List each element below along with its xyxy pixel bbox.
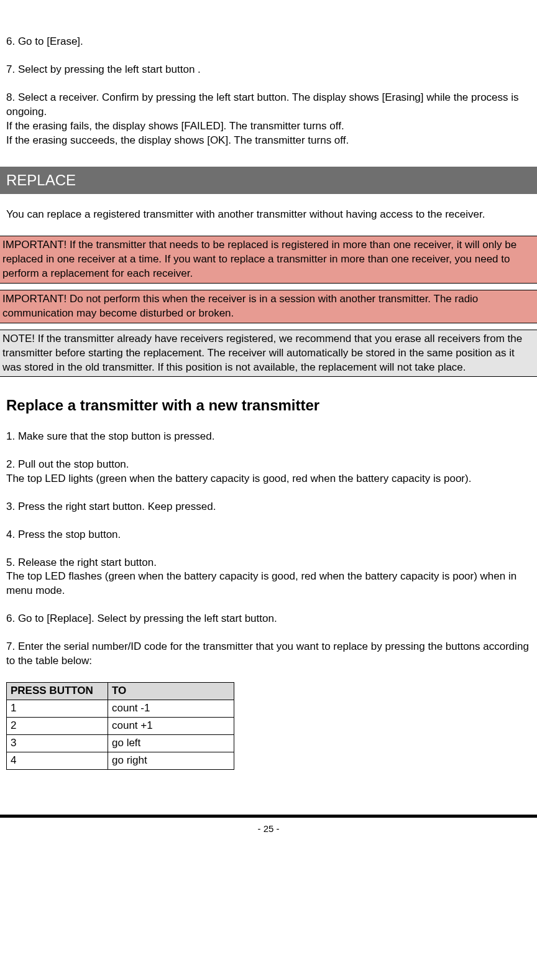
- note-box-1: NOTE! If the transmitter already have re…: [0, 330, 537, 377]
- footer-rule: [0, 815, 537, 818]
- table-row: 3 go left: [7, 734, 234, 752]
- replace-intro: You can replace a registered transmitter…: [6, 208, 531, 222]
- table-cell: 2: [7, 718, 108, 735]
- replace-step-5a: 5. Release the right start button.: [6, 556, 531, 570]
- table-cell: count +1: [108, 718, 234, 735]
- table-row: 4 go right: [7, 752, 234, 769]
- table-header-c1: PRESS BUTTON: [7, 683, 108, 700]
- table-row: 1 count -1: [7, 700, 234, 718]
- step-8-line3: If the erasing succeeds, the display sho…: [6, 134, 531, 148]
- replace-step-6: 6. Go to [Replace]. Select by pressing t…: [6, 612, 531, 626]
- table-header-c2: TO: [108, 683, 234, 700]
- replace-step-7: 7. Enter the serial number/ID code for t…: [6, 640, 531, 668]
- important-text-2: IMPORTANT! Do not perform this when the …: [2, 293, 478, 319]
- note-text-1: NOTE! If the transmitter already have re…: [2, 333, 522, 373]
- table-cell: go right: [108, 752, 234, 769]
- page-content: 6. Go to [Erase]. 7. Select by pressing …: [0, 0, 537, 848]
- table-cell: go left: [108, 734, 234, 752]
- replace-step-3: 3. Press the right start button. Keep pr…: [6, 500, 531, 514]
- important-box-1: IMPORTANT! If the transmitter that needs…: [0, 236, 537, 284]
- page-number: - 25 -: [6, 823, 531, 848]
- step-7: 7. Select by pressing the left start but…: [6, 63, 531, 77]
- important-text-1: IMPORTANT! If the transmitter that needs…: [2, 239, 516, 279]
- button-table: PRESS BUTTON TO 1 count -1 2 count +1 3 …: [6, 682, 234, 770]
- replace-step-1: 1. Make sure that the stop button is pre…: [6, 430, 531, 444]
- step-6: 6. Go to [Erase].: [6, 35, 531, 49]
- replace-step-2b: The top LED lights (green when the batte…: [6, 472, 531, 486]
- replace-step-4: 4. Press the stop button.: [6, 528, 531, 542]
- replace-step-2a: 2. Pull out the stop button.: [6, 458, 531, 472]
- table-cell: 1: [7, 700, 108, 718]
- table-cell: count -1: [108, 700, 234, 718]
- important-box-2: IMPORTANT! Do not perform this when the …: [0, 290, 537, 323]
- replace-step-5b: The top LED flashes (green when the batt…: [6, 570, 531, 598]
- table-cell: 3: [7, 734, 108, 752]
- table-header-row: PRESS BUTTON TO: [7, 683, 234, 700]
- subheading-replace-transmitter: Replace a transmitter with a new transmi…: [6, 395, 531, 415]
- step-8-line2: If the erasing fails, the display shows …: [6, 119, 531, 134]
- table-row: 2 count +1: [7, 718, 234, 735]
- step-8-line1: 8. Select a receiver. Confirm by pressin…: [6, 91, 531, 119]
- section-heading-replace: REPLACE: [0, 167, 537, 194]
- table-cell: 4: [7, 752, 108, 769]
